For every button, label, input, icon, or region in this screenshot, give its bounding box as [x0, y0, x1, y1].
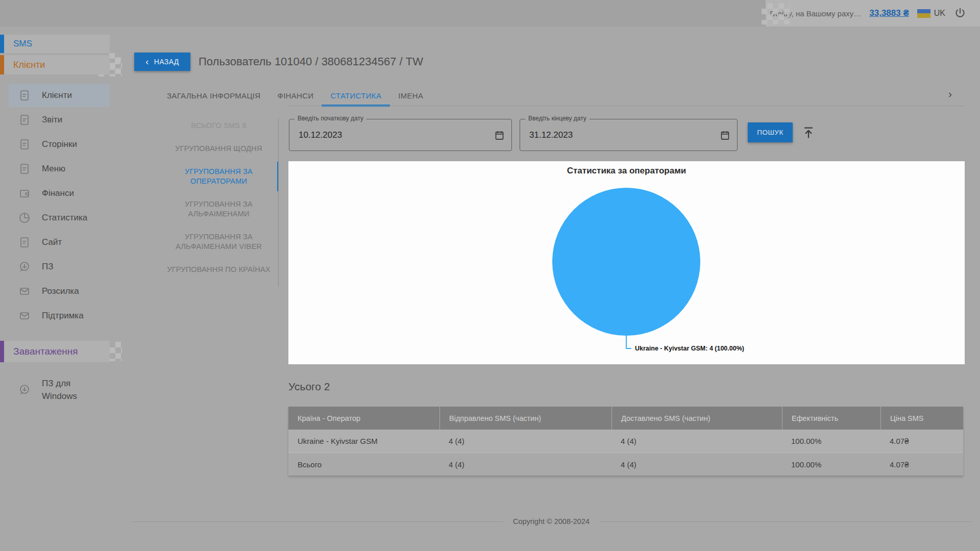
callout-line	[626, 348, 631, 349]
sidebar-item-label: Клієнти	[42, 90, 72, 101]
column-header: Відправлено SMS (частин)	[439, 407, 611, 430]
operators-table: Країна - Оператор Відправлено SMS (части…	[288, 407, 963, 475]
tab-bar: ЗАГАЛЬНА ІНФОРМАЦІЯ ФІНАНСИ СТАТИСТИКА І…	[167, 88, 423, 103]
sidebar-item-label: Фінанси	[42, 188, 74, 198]
table-cell: 4 (4)	[439, 430, 611, 453]
document-icon	[18, 89, 31, 102]
table-cell: Всього	[288, 453, 439, 475]
sidebar-item-software[interactable]: ПЗ	[0, 255, 110, 279]
table-cell: 4 (4)	[611, 430, 782, 453]
chevron-left-icon: ‹	[145, 57, 149, 66]
back-button-label: НАЗАД	[154, 58, 179, 66]
sidebar-item-support[interactable]: Підтримка	[0, 304, 110, 328]
table-row: Всього 4 (4) 4 (4) 100.00% 4.07₴	[288, 453, 963, 475]
tab-statistics[interactable]: СТАТИСТИКА	[330, 91, 381, 100]
search-button[interactable]: ПОШУК	[748, 122, 793, 142]
sidebar-section-sms[interactable]: SMS	[0, 35, 110, 53]
sidebar-item-pz-windows[interactable]: ПЗ для Windows	[0, 375, 110, 404]
pie-slice-kyivstar[interactable]	[552, 188, 700, 336]
ukraine-flag-icon	[917, 9, 930, 18]
table-row: Ukraine - Kyivstar GSM 4 (4) 4 (4) 100.0…	[288, 430, 963, 453]
column-header: Доставлено SMS (частин)	[611, 407, 782, 430]
back-button[interactable]: ‹ НАЗАД	[134, 53, 190, 71]
sidebar-item-site[interactable]: Сайт	[0, 231, 110, 254]
sidebar-item-label: ПЗ	[42, 262, 54, 272]
sidebar-item-label: Підтримка	[42, 311, 84, 321]
balance-link[interactable]: 33,3883 ₴	[869, 8, 909, 18]
download-bubble-icon	[18, 384, 31, 396]
section-label: Завантаження	[13, 346, 78, 357]
start-date-value[interactable]: 10.12.2023	[299, 130, 342, 140]
document-icon	[18, 138, 31, 151]
logout-power-icon[interactable]	[953, 7, 967, 20]
end-date-label: Введіть кінцеву дату	[525, 115, 590, 122]
language-code: UK	[934, 9, 945, 18]
copyright-text: Copyright © 2008-2024	[504, 515, 599, 528]
section-accent-bar	[0, 55, 4, 74]
subnav-group-daily[interactable]: УГРУПОВАННЯ ЩОДНЯ	[159, 144, 278, 154]
sidebar-item-mailing[interactable]: Розсилка	[0, 280, 110, 303]
sidebar-section-downloads[interactable]: Завантаження	[0, 341, 110, 362]
column-header: Країна - Оператор	[288, 407, 439, 430]
envelope-icon	[18, 310, 31, 322]
app-window: Dmitry, на Вашому раху… 33,3883 ₴ UK SMS…	[0, 0, 980, 551]
pie-chart-icon	[18, 212, 31, 224]
subnav-group-by-operators[interactable]: УГРУПОВАННЯ ЗА ОПЕРАТОРАМИ	[159, 167, 278, 186]
user-info-bar: Dmitry, на Вашому раху… 33,3883 ₴ UK	[766, 0, 980, 27]
end-date-value[interactable]: 31.12.2023	[529, 130, 573, 140]
section-accent-bar	[0, 35, 4, 53]
tab-bar-divider	[288, 106, 965, 106]
subnav-group-by-countries[interactable]: УГРУПОВАННЯ ПО КРАЇНАХ	[159, 265, 278, 274]
statistics-subnav: ВСЬОГО SMS 8 УГРУПОВАННЯ ЩОДНЯ УГРУПОВАН…	[159, 121, 278, 274]
pixel-decoration	[762, 3, 790, 24]
subnav-group-by-alphanames-viber[interactable]: УГРУПОВАННЯ ЗА АЛЬФАІМЕНАМИ VIBER	[159, 232, 278, 252]
sidebar-item-menu[interactable]: Меню	[0, 157, 110, 181]
operator-statistics-chart: Статистика за операторами Ukraine - Kyiv…	[288, 161, 965, 364]
tab-names[interactable]: ІМЕНА	[398, 91, 423, 100]
table-cell: 4 (4)	[611, 453, 782, 475]
download-bubble-icon	[18, 261, 31, 273]
sidebar-item-reports[interactable]: Звіти	[0, 108, 110, 132]
sidebar-item-label: Звіти	[42, 115, 62, 125]
chevron-right-icon[interactable]: ›	[948, 88, 952, 100]
subnav-group-by-alphanames[interactable]: УГРУПОВАННЯ ЗА АЛЬФАІМЕНАМИ	[159, 199, 278, 219]
sidebar-item-label: Сайт	[42, 237, 62, 247]
sidebar-item-clients[interactable]: Клієнти	[9, 84, 110, 107]
subnav-total-sms: ВСЬОГО SMS 8	[159, 121, 278, 131]
tab-general-info[interactable]: ЗАГАЛЬНА ІНФОРМАЦІЯ	[167, 91, 260, 100]
pie-slice-callout: Ukraine - Kyivstar GSM: 4 (100.00%)	[635, 345, 744, 352]
chart-title: Статистика за операторами	[288, 166, 965, 176]
table-cell: 4 (4)	[439, 453, 611, 475]
totals-heading: Усього 2	[288, 381, 330, 393]
footer: Copyright © 2008-2024	[132, 515, 971, 528]
start-date-label: Введіть початкову дату	[295, 115, 366, 122]
end-date-field[interactable]: Введіть кінцеву дату 31.12.2023	[520, 119, 738, 151]
section-accent-bar	[0, 341, 4, 362]
table-cell: 100.00%	[782, 430, 880, 453]
calendar-icon[interactable]	[720, 130, 730, 140]
sidebar-item-label: Статистика	[42, 213, 87, 223]
language-selector[interactable]: UK	[917, 9, 945, 18]
wallet-icon	[18, 187, 31, 199]
section-label: Клієнти	[13, 60, 45, 70]
export-upload-icon[interactable]	[801, 126, 816, 140]
sidebar-section-clients[interactable]: Клієнти	[0, 55, 110, 74]
start-date-field[interactable]: Введіть початкову дату 10.12.2023	[289, 119, 512, 151]
sidebar-item-label: Розсилка	[42, 286, 79, 296]
table-cell: 4.07₴	[880, 430, 963, 453]
sidebar-item-pages[interactable]: Сторінки	[0, 133, 110, 156]
sidebar-item-finance[interactable]: Фінанси	[0, 182, 110, 205]
subnav-divider	[278, 118, 279, 287]
sidebar-item-label: ПЗ для Windows	[42, 377, 77, 403]
document-icon	[18, 114, 31, 126]
sidebar-item-label: Сторінки	[42, 139, 77, 149]
table-cell: 100.00%	[782, 453, 880, 475]
table-cell: Ukraine - Kyivstar GSM	[288, 430, 439, 453]
sidebar-item-statistics[interactable]: Статистика	[0, 206, 110, 230]
table-cell: 4.07₴	[880, 453, 963, 475]
page-title: Пользователь 101040 / 380681234567 / TW	[199, 53, 423, 71]
calendar-icon[interactable]	[494, 130, 505, 140]
tab-finance[interactable]: ФІНАНСИ	[277, 91, 313, 100]
callout-line	[626, 334, 627, 349]
sidebar-item-label: Меню	[42, 164, 65, 174]
